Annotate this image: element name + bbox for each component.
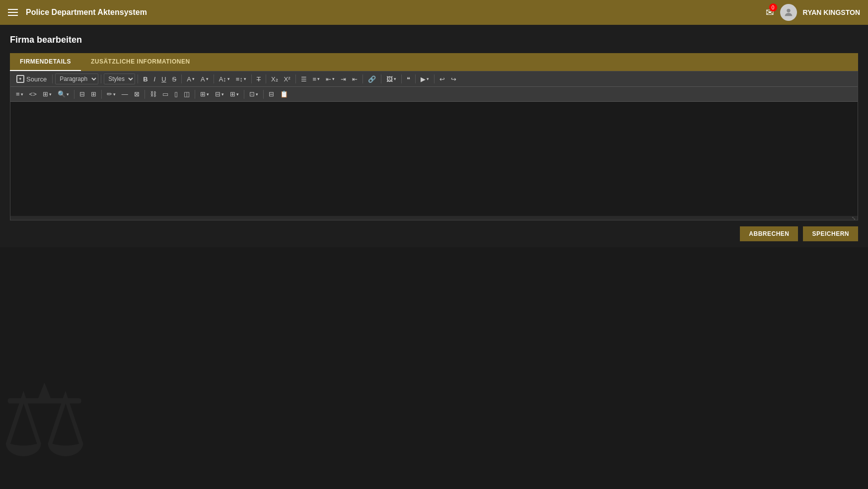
find-button[interactable]: 🔍 ▾ xyxy=(55,89,72,99)
align-chevron: ▾ xyxy=(21,92,23,97)
source-icon: ✦ xyxy=(16,75,24,83)
image-chevron: ▾ xyxy=(394,76,396,81)
image-button[interactable]: 🖼 ▾ xyxy=(384,74,399,84)
avatar[interactable] xyxy=(780,4,797,21)
insert-table-icon: ⊞ xyxy=(200,90,206,98)
table-row-button[interactable]: ⊞ ▾ xyxy=(227,89,241,99)
highlight-icon: A xyxy=(201,75,205,83)
indent-button[interactable]: ⇥ xyxy=(338,74,349,84)
navbar-right: ✉ 0 Ryan Kingston xyxy=(766,4,860,21)
notification-badge: 0 xyxy=(769,3,777,11)
unordered-list-button[interactable]: ☰ xyxy=(298,74,309,84)
cancel-button[interactable]: ABBRECHEN xyxy=(740,226,798,241)
box-btn-2-icon: ▯ xyxy=(174,90,178,98)
editor-container: ✦ Source Paragraph Heading 1 Heading 2 H… xyxy=(10,71,858,220)
notification-button[interactable]: ✉ 0 xyxy=(766,6,774,18)
media-chevron: ▾ xyxy=(427,76,429,81)
undo-button[interactable]: ↩ xyxy=(437,74,447,84)
undo-icon: ↩ xyxy=(439,75,445,83)
ordered-list-button[interactable]: ≡ ▾ xyxy=(310,74,323,84)
box-btn-1[interactable]: ▭ xyxy=(160,89,171,99)
box-btn-3[interactable]: ◫ xyxy=(181,89,192,99)
indent-decrease-chevron: ▾ xyxy=(332,76,335,81)
separator-9 xyxy=(362,74,363,83)
table-row-chevron: ▾ xyxy=(236,92,239,97)
separator-8 xyxy=(295,74,296,83)
separator-r2-4 xyxy=(195,90,195,99)
table-col-chevron: ▾ xyxy=(221,92,224,97)
source-code-icon: <> xyxy=(29,90,37,98)
image-group-chevron: ▾ xyxy=(49,92,52,97)
strikethrough-button[interactable]: S xyxy=(170,74,179,84)
table-tools-2[interactable]: ⊞ xyxy=(88,89,99,99)
align-button[interactable]: ≡ ▾ xyxy=(13,89,26,99)
superscript-button[interactable]: X² xyxy=(282,74,293,84)
page-break-button[interactable]: ⊠ xyxy=(132,89,142,99)
separator-13 xyxy=(434,74,434,83)
navbar: Police Department Aktensystem ✉ 0 Ryan K… xyxy=(0,0,868,25)
font-size-button[interactable]: A↕ ▾ xyxy=(217,74,232,84)
editor-body[interactable] xyxy=(10,102,858,216)
unlink-icon: ⛓ xyxy=(150,90,156,98)
ordered-list-chevron: ▾ xyxy=(317,76,320,81)
blockquote-button[interactable]: ❝ xyxy=(404,74,413,84)
frame-button[interactable]: ⊡ ▾ xyxy=(247,89,261,99)
highlight-button[interactable]: A ▾ xyxy=(198,74,211,84)
styles-select[interactable]: Styles xyxy=(104,73,135,84)
paragraph-select[interactable]: Paragraph Heading 1 Heading 2 Heading 3 xyxy=(55,73,98,84)
unlink-button[interactable]: ⛓ xyxy=(147,89,159,99)
pencil-icon: ✏ xyxy=(107,90,112,98)
media-button[interactable]: ▶ ▾ xyxy=(418,74,432,84)
table-tools-1-icon: ⊟ xyxy=(79,90,85,98)
indent-decrease-button[interactable]: ⇤ ▾ xyxy=(323,74,337,84)
separator-5 xyxy=(214,74,214,83)
box-btn-2[interactable]: ▯ xyxy=(172,89,180,99)
pencil-button[interactable]: ✏ ▾ xyxy=(104,89,118,99)
font-color-button[interactable]: A ▾ xyxy=(184,74,197,84)
find-icon: 🔍 xyxy=(58,90,66,98)
username: Ryan Kingston xyxy=(803,8,860,16)
source-code-button[interactable]: <> xyxy=(27,89,39,99)
line-height-icon: ≡↕ xyxy=(236,75,243,83)
table-tools-1[interactable]: ⊟ xyxy=(77,89,87,99)
tabs-bar: FIRMENDETAILS ZUSÄTZLICHE INFORMATIONEN xyxy=(10,53,858,71)
separator-6 xyxy=(251,74,252,83)
tab-zusaetzliche[interactable]: ZUSÄTZLICHE INFORMATIONEN xyxy=(81,53,200,71)
remove-format-icon: T̶ xyxy=(257,75,261,83)
bold-button[interactable]: B xyxy=(141,74,150,84)
subscript-icon: X₂ xyxy=(271,75,278,83)
outdent-button[interactable]: ⇤ xyxy=(350,74,360,84)
insert-table-button[interactable]: ⊞ ▾ xyxy=(198,89,212,99)
font-size-chevron: ▾ xyxy=(227,76,230,81)
background-watermark: ⚖ xyxy=(0,371,89,471)
tab-firmendetails[interactable]: FIRMENDETAILS xyxy=(10,53,81,71)
italic-icon: I xyxy=(154,75,156,83)
remove-format-button[interactable]: T̶ xyxy=(254,74,263,84)
save-button[interactable]: SPEICHERN xyxy=(803,226,858,241)
background-area: ⚖ xyxy=(0,247,868,471)
editor-resize-handle[interactable]: ⤡ xyxy=(10,216,858,220)
navbar-title: Police Department Aktensystem xyxy=(26,8,147,17)
superscript-icon: X² xyxy=(284,75,290,83)
source-button[interactable]: ✦ Source xyxy=(13,73,50,84)
frame-chevron: ▾ xyxy=(256,92,258,97)
underline-button[interactable]: U xyxy=(159,74,168,84)
strikethrough-icon: S xyxy=(172,75,177,83)
link-button[interactable]: 🔗 xyxy=(365,74,378,84)
divider-button[interactable]: — xyxy=(119,89,131,99)
separator-r2-3 xyxy=(145,90,145,99)
redo-button[interactable]: ↪ xyxy=(448,74,459,84)
image-group-button[interactable]: ⊞ ▾ xyxy=(40,89,54,99)
link-icon: 🔗 xyxy=(368,75,376,83)
template-button[interactable]: ⊟ xyxy=(266,89,277,99)
toolbar-row-2: ≡ ▾ <> ⊞ ▾ 🔍 ▾ ⊟ ⊞ xyxy=(10,87,858,102)
menu-button[interactable] xyxy=(8,9,18,16)
subscript-button[interactable]: X₂ xyxy=(269,74,281,84)
separator-3 xyxy=(138,74,138,83)
clipboard-button[interactable]: 📋 xyxy=(278,89,290,99)
separator-r2-5 xyxy=(244,90,244,99)
italic-button[interactable]: I xyxy=(151,74,158,84)
image-group-icon: ⊞ xyxy=(43,90,48,98)
table-col-button[interactable]: ⊟ ▾ xyxy=(213,89,226,99)
line-height-button[interactable]: ≡↕ ▾ xyxy=(233,74,249,84)
